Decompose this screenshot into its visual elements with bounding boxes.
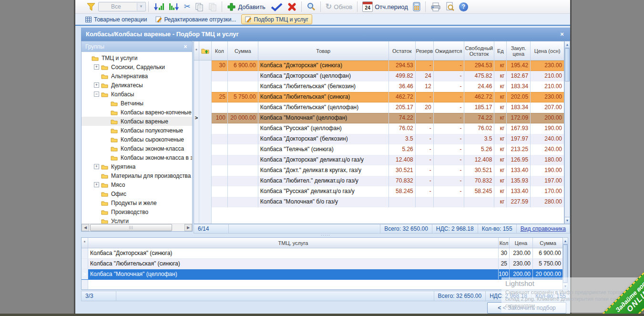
- tab-goods-operations[interactable]: Товарные операции: [82, 14, 150, 24]
- product-row[interactable]: Колбаса "Любительская" (белкозин)36.4612…: [194, 82, 564, 92]
- product-row[interactable]: Колбаса "Русская" (целлофан)76.02--76.02…: [194, 123, 564, 134]
- confirm-button[interactable]: [268, 1, 285, 12]
- expand-icon[interactable]: +: [94, 164, 99, 169]
- column-header-stock[interactable]: Остаток: [389, 41, 416, 60]
- tree-item[interactable]: Офис: [82, 189, 192, 198]
- column-header-reserve[interactable]: Резерв: [416, 41, 434, 60]
- column-header-qty[interactable]: Кол: [212, 41, 228, 60]
- filter-button[interactable]: [84, 1, 98, 12]
- column-header-expected[interactable]: Ожидается: [434, 41, 464, 60]
- tree-item[interactable]: +Курятина: [82, 162, 192, 171]
- products-statusbar: 6/14 Всего: 32 650.00 НДС: 2 968.18 Кол-…: [194, 224, 570, 234]
- product-row[interactable]: Колбаса "Любител." деликат.ц/о газ/у70.8…: [194, 176, 564, 186]
- expand-icon[interactable]: +: [94, 182, 99, 187]
- tree-item[interactable]: Продукты и желе: [82, 198, 192, 207]
- column-header-item[interactable]: ТМЦ, услуга: [88, 238, 499, 248]
- collapse-icon[interactable]: −: [94, 92, 99, 97]
- scroll-up-icon[interactable]: ▲: [563, 238, 568, 245]
- tab-edit-shipment[interactable]: Редактирование отгрузки...: [152, 14, 239, 24]
- print-preview-button[interactable]: [443, 1, 457, 12]
- close-icon[interactable]: ×: [557, 28, 567, 41]
- add-button[interactable]: Добавить: [225, 1, 267, 12]
- tree-item[interactable]: Колбасы эконом-класса в за: [82, 153, 192, 162]
- scrollbar-thumb[interactable]: [565, 48, 570, 82]
- scrollbar-thumb[interactable]: |||: [90, 224, 172, 231]
- refresh-button[interactable]: ↻ Обнов: [323, 1, 355, 12]
- product-row[interactable]: Колбаса "Докторская" (целлофан)499.8224-…: [194, 71, 564, 82]
- expand-icon[interactable]: +: [94, 82, 99, 88]
- row-marker: [194, 186, 199, 197]
- tree-item[interactable]: Колбасы эконом-класса: [82, 144, 192, 153]
- expand-icon[interactable]: +: [94, 64, 99, 70]
- selection-row[interactable]: Колбаса "Любительская" (синюга)25230.005…: [82, 259, 568, 269]
- help-button[interactable]: ?: [457, 1, 470, 12]
- cut-button[interactable]: ✂: [182, 1, 193, 12]
- cancel-button[interactable]: [285, 1, 299, 12]
- tree-item[interactable]: Ветчины: [82, 99, 192, 108]
- tree-item[interactable]: Колбасы вареные: [82, 117, 192, 126]
- column-header-unit[interactable]: Ед: [494, 41, 507, 60]
- column-header-sum[interactable]: Сумма: [533, 238, 563, 248]
- close-icon[interactable]: ×: [182, 41, 189, 52]
- product-row[interactable]: 255 750.00Колбаса "Любительская" (синюга…: [194, 92, 564, 102]
- tree-item[interactable]: Материалы для производства: [82, 171, 192, 180]
- sort-asc-button[interactable]: [151, 1, 166, 12]
- column-header-price[interactable]: Цена (осн): [531, 41, 564, 60]
- sort-desc-button[interactable]: [166, 1, 182, 12]
- statusbar-spacer: [229, 224, 380, 233]
- column-header-product[interactable]: Товар: [258, 41, 389, 60]
- column-header-sum[interactable]: Сумма: [228, 41, 258, 60]
- column-header-price[interactable]: Цена: [510, 238, 533, 248]
- selection-row[interactable]: Колбаса "Докторская" (синюга)30230.006 9…: [82, 248, 568, 259]
- column-header-qty[interactable]: Кол: [499, 238, 510, 248]
- scroll-up-icon[interactable]: ▲: [565, 41, 570, 48]
- tab-select-goods[interactable]: Подбор ТМЦ и услуг: [241, 14, 312, 24]
- paste-button[interactable]: [206, 1, 219, 12]
- tree-item[interactable]: Колбасы полукопченые: [82, 126, 192, 135]
- products-vertical-scrollbar[interactable]: ▲ ▼: [564, 41, 570, 224]
- tree-item[interactable]: Колбасы варено-копченые: [82, 108, 192, 117]
- product-row[interactable]: Колбаса "Молочная" б/о газ/укг227.59280.…: [194, 197, 564, 207]
- marker-column-header[interactable]: *: [82, 238, 88, 248]
- selection-row[interactable]: >Колбаса "Молочная" (целлофан)100200.002…: [82, 269, 568, 280]
- copy-button[interactable]: [193, 1, 206, 12]
- product-row[interactable]: Колбаса "Любительская" (целлофан)205.172…: [194, 102, 564, 113]
- filter-select[interactable]: Все ▼: [98, 2, 146, 11]
- sum-cell: 5 750.00: [533, 259, 563, 269]
- product-row[interactable]: Колбаса "Телячья" (синюга)5.26--5.26кг21…: [194, 144, 564, 155]
- tree-item[interactable]: +Сосиски, Сардельки: [82, 62, 192, 71]
- row-marker: [194, 123, 199, 134]
- column-header-free-stock[interactable]: Свободный Остаток: [464, 41, 495, 60]
- product-row[interactable]: Колбаса "Докторская" (белкозин)3.5--3.5к…: [194, 134, 564, 144]
- tree-item[interactable]: +Деликатесы: [82, 81, 192, 90]
- tree-item[interactable]: Производство: [82, 207, 192, 216]
- groups-horizontal-scrollbar[interactable]: ◀ ||| ▶: [82, 224, 192, 231]
- print-button[interactable]: [428, 1, 443, 12]
- marker-column-header[interactable]: *: [194, 41, 199, 60]
- chevron-down-icon[interactable]: ▼: [137, 3, 145, 10]
- product-row[interactable]: Колбаса "Докторская" деликат.ц/о газ/у12…: [194, 155, 564, 165]
- tree-item[interactable]: Альтернатива: [82, 71, 192, 81]
- tree-item[interactable]: ТМЦ и услуги: [82, 53, 192, 62]
- toolbar-separator: [425, 1, 426, 12]
- calculator-button[interactable]: [410, 1, 423, 12]
- tree-item[interactable]: Колбасы сырокопченые: [82, 135, 192, 144]
- panel-splitter[interactable]: ·····: [81, 234, 570, 237]
- scroll-down-icon[interactable]: ▼: [565, 217, 570, 224]
- column-header-purchase-price[interactable]: Закуп. цена: [507, 41, 531, 60]
- product-row[interactable]: 306 900.00Колбаса "Докторская" (синюга)2…: [194, 61, 564, 71]
- search-button[interactable]: [304, 1, 318, 12]
- screen-bottom-edge: [0, 314, 644, 316]
- scrollbar-thumb[interactable]: [563, 245, 568, 283]
- scroll-right-icon[interactable]: ▶: [184, 224, 192, 231]
- tree-item[interactable]: +Мясо: [82, 180, 192, 189]
- product-row[interactable]: Колбаса "Докт." деликат.в кругах, газ/у3…: [194, 165, 564, 176]
- folder-up-column-header[interactable]: [199, 41, 212, 60]
- tree-item[interactable]: Услуги: [82, 216, 192, 224]
- product-row[interactable]: >10020 000.00Колбаса "Молочная" (целлофа…: [194, 113, 564, 123]
- catalog-view-link[interactable]: Вид справочника: [516, 224, 570, 233]
- tree-item[interactable]: −Колбасы: [82, 90, 192, 99]
- scroll-left-icon[interactable]: ◀: [82, 224, 89, 231]
- report-period-button[interactable]: 24 Отч.период: [360, 1, 410, 12]
- product-row[interactable]: Колбаса "Русская" деликат.ц/о газ/у58.24…: [194, 186, 564, 197]
